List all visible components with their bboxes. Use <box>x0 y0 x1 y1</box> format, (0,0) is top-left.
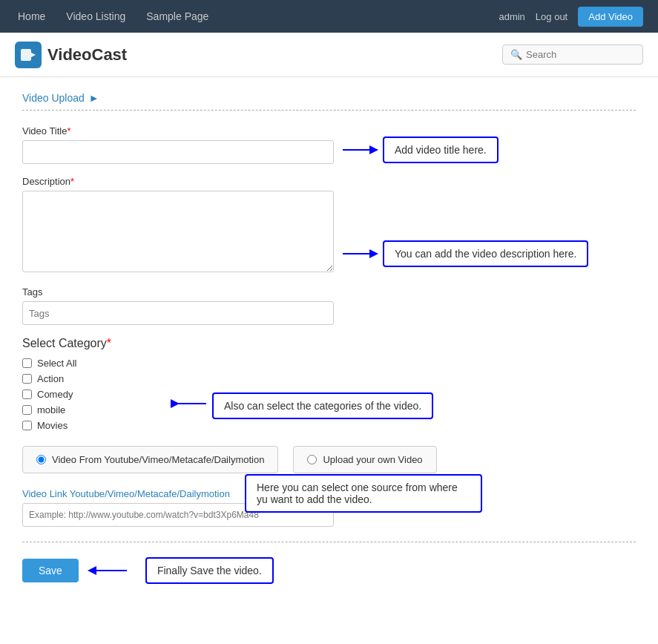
save-button[interactable]: Save <box>22 559 79 582</box>
description-callout: You can add the video description here. <box>383 240 588 267</box>
description-callout-group: You can add the video description here. <box>341 240 588 267</box>
source-options: Video From Youtube/Vimeo/Metacafe/Dailym… <box>22 446 636 473</box>
video-title-input[interactable] <box>22 140 334 164</box>
tags-label: Tags <box>22 286 636 298</box>
title-callout-group: Add video title here. <box>341 137 499 163</box>
checkbox-action[interactable] <box>22 374 32 384</box>
nav-video-listing[interactable]: Video Listing <box>63 1 128 31</box>
checkbox-comedy[interactable] <box>22 390 32 399</box>
arrow-to-title <box>341 139 378 161</box>
checkbox-select-all[interactable] <box>22 358 32 368</box>
description-textarea[interactable] <box>22 191 334 272</box>
category-mobile-label: mobile <box>37 404 65 415</box>
source-option-youtube[interactable]: Video From Youtube/Vimeo/Metacafe/Dailym… <box>22 446 278 473</box>
category-select-all-label: Select All <box>37 358 76 369</box>
admin-username: admin <box>499 11 524 22</box>
arrow-to-save <box>86 559 131 582</box>
site-header: VideoCast 🔍 <box>0 33 658 77</box>
logo-area: VideoCast <box>15 42 502 68</box>
svg-marker-1 <box>31 53 36 57</box>
source-callout-group: Here you can select one source from wher… <box>245 474 482 513</box>
arrow-to-description <box>341 243 378 265</box>
tags-section: Tags <box>22 286 636 325</box>
list-item: Movies <box>22 420 636 431</box>
checkbox-movies[interactable] <box>22 421 32 430</box>
section-divider-top <box>22 110 636 111</box>
save-section: Save Finally Save the video. <box>22 557 636 584</box>
breadcrumb: Video Upload ► <box>22 92 636 104</box>
description-label: Description* <box>22 176 636 187</box>
source-upload-label: Upload your own Video <box>323 454 422 465</box>
nav-sample-page[interactable]: Sample Page <box>143 1 211 31</box>
category-comedy-label: Comedy <box>37 389 73 400</box>
svg-rect-0 <box>21 49 31 61</box>
list-item: Action <box>22 373 636 384</box>
nav-home[interactable]: Home <box>15 1 48 31</box>
category-title: Select Category* <box>22 337 636 350</box>
section-divider-bottom <box>22 542 636 542</box>
logout-link[interactable]: Log out <box>536 11 567 22</box>
source-option-upload[interactable]: Upload your own Video <box>293 446 436 473</box>
logo-icon <box>15 42 42 68</box>
add-video-nav-button[interactable]: Add Video <box>578 7 643 27</box>
arrow-to-category <box>171 392 208 415</box>
search-input[interactable] <box>526 49 635 60</box>
source-callout: Here you can select one source from wher… <box>245 474 482 513</box>
radio-upload[interactable] <box>307 455 317 464</box>
video-upload-form: Video Title* Description* Tags Select Ca… <box>22 125 636 584</box>
main-content: Video Upload ► Video Title* Description*… <box>0 77 658 644</box>
search-icon: 🔍 <box>510 49 522 60</box>
site-logo-text: VideoCast <box>47 45 127 65</box>
chevron-right-icon: ► <box>89 92 99 104</box>
video-title-section: Video Title* <box>22 125 636 164</box>
list-item: Select All <box>22 358 636 369</box>
category-callout: Also can select the categories of the vi… <box>212 392 433 419</box>
nav-links: Home Video Listing Sample Page <box>15 1 499 31</box>
title-callout: Add video title here. <box>383 137 499 163</box>
category-action-label: Action <box>37 373 64 384</box>
radio-youtube[interactable] <box>36 455 46 464</box>
video-title-label: Video Title* <box>22 125 636 137</box>
top-navigation: Home Video Listing Sample Page admin Log… <box>0 0 658 33</box>
tags-input[interactable] <box>22 301 334 325</box>
nav-right: admin Log out Add Video <box>499 7 643 27</box>
search-box[interactable]: 🔍 <box>502 45 643 65</box>
category-movies-label: Movies <box>37 420 68 431</box>
source-youtube-label: Video From Youtube/Vimeo/Metacafe/Dailym… <box>52 454 264 465</box>
save-callout: Finally Save the video. <box>145 557 274 584</box>
breadcrumb-link[interactable]: Video Upload <box>22 92 85 104</box>
checkbox-mobile[interactable] <box>22 405 32 415</box>
category-callout-group: Also can select the categories of the vi… <box>171 392 433 419</box>
